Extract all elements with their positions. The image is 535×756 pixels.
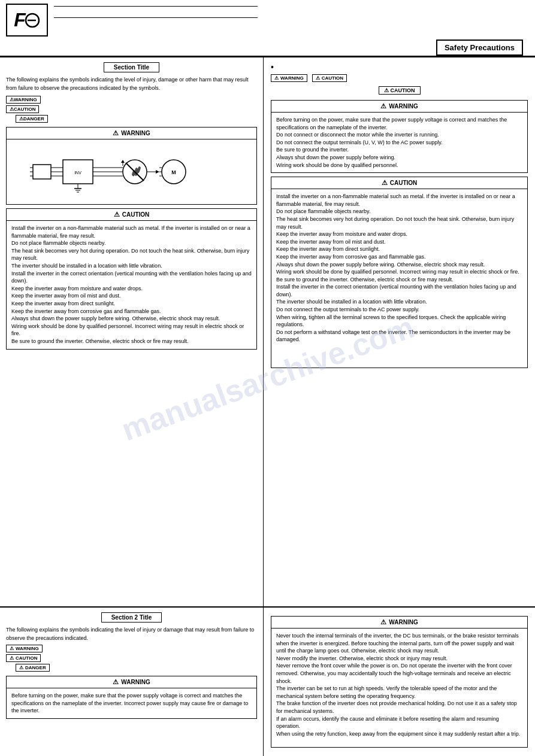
logo-box: F — [6, 4, 48, 37]
page: manualsarchive.com F — [0, 0, 535, 756]
right-warning-title: WARNING — [389, 103, 418, 110]
warning-box-1-content: INV — [7, 139, 256, 204]
bottom-warning-box-icon: ⚠ — [113, 678, 119, 686]
right-warning-content: Before turning on the power, make sure t… — [271, 113, 527, 172]
bottom-caution-text: CAUTION — [16, 655, 37, 661]
fe-logo: F — [14, 9, 40, 31]
right-caution-content: Install the inverter on a non-flammable … — [271, 189, 527, 347]
caution-badge-text: CAUTION — [322, 75, 343, 81]
bottom-warning-box: ⚠ WARNING Before turning on the power, m… — [6, 676, 257, 719]
label-row-1: ⚠ WARNING ⚠ CAUTION ⚠ DANGER — [6, 96, 257, 123]
left-intro-text: The following explains the symbols indic… — [6, 76, 257, 92]
svg-rect-2 — [33, 165, 51, 179]
e-circle-icon — [25, 13, 40, 28]
svg-text:M: M — [171, 169, 176, 175]
bottom-right-box-content: Never touch the internal terminals of th… — [271, 629, 527, 741]
bottom-caution-label: ⚠ CAUTION — [6, 654, 41, 662]
caution-badge-icon: ⚠ — [316, 75, 320, 81]
danger-label-1: ⚠ DANGER — [16, 115, 48, 123]
bottom-left-intro: The following explains the symbols indic… — [6, 626, 257, 642]
bottom-danger-label: ⚠ DANGER — [16, 664, 50, 672]
caution-box-1-icon: ⚠ — [114, 211, 120, 218]
caution-triangle-icon-1: ⚠ — [10, 107, 14, 112]
bottom-left: Section 2 Title The following explains t… — [0, 608, 264, 756]
right-warning-box: ⚠ WARNING Before turning on the power, m… — [271, 100, 528, 173]
svg-marker-23 — [156, 170, 159, 174]
warning-box-1-title: WARNING — [121, 130, 150, 136]
warning-box-1-icon: ⚠ — [113, 129, 119, 137]
left-main: Section Title The following explains the… — [0, 57, 264, 606]
bottom-right-box-icon: ⚠ — [380, 618, 386, 626]
bottom-right-box-header: ⚠ WARNING — [271, 617, 527, 629]
bottom-caution-icon: ⚠ — [10, 655, 14, 661]
right-caution-icon: ⚠ — [382, 179, 388, 187]
right-caution-box-header: ⚠ CAUTION — [271, 177, 527, 189]
bottom-right-box-title: WARNING — [389, 619, 418, 626]
left-section-title: Section Title — [104, 62, 159, 72]
top-left-header: F — [0, 0, 264, 56]
inline-caution-text: CAUTION — [391, 87, 415, 93]
warning-badge-icon: ⚠ — [274, 75, 279, 81]
bottom-right: ⚠ WARNING Never touch the internal termi… — [264, 608, 535, 756]
caution-box-1-content: Install the inverter on a non-flammable … — [7, 221, 256, 349]
warning-label-1: ⚠ WARNING — [6, 96, 41, 104]
warning-badge-text: WARNING — [280, 75, 304, 81]
bottom-section: Section 2 Title The following explains t… — [0, 607, 535, 756]
badge-row: ⚠ WARNING ⚠ CAUTION — [271, 74, 528, 83]
bottom-warning-box-title: WARNING — [121, 679, 150, 685]
bottom-warning-box-header: ⚠ WARNING — [7, 676, 256, 688]
danger-text-1: DANGER — [23, 116, 44, 122]
caution-label-1: ⚠ CAUTION — [6, 105, 39, 113]
svg-text:INV: INV — [74, 171, 81, 175]
diagram-area: INV — [11, 143, 252, 201]
bottom-warning-label: ⚠ WARNING — [6, 645, 43, 652]
warning-text-1: WARNING — [14, 97, 37, 102]
bottom-left-section-title: Section 2 Title — [101, 612, 162, 623]
bottom-danger-text: DANGER — [25, 665, 46, 670]
inline-caution-icon: ⚠ — [384, 87, 389, 93]
header-line-2 — [54, 17, 258, 18]
warning-triangle-icon: ⚠ — [10, 97, 14, 102]
caution-box-1-header: ⚠ CAUTION — [7, 209, 256, 221]
warning-box-1-header: ⚠ WARNING — [7, 127, 256, 139]
caution-badge: ⚠ CAUTION — [312, 74, 347, 82]
caution-box-1-title: CAUTION — [122, 211, 150, 218]
danger-triangle-icon-1: ⚠ — [19, 116, 23, 122]
header-lines — [54, 4, 258, 23]
header-line-1 — [54, 6, 258, 7]
right-warning-icon: ⚠ — [380, 102, 386, 110]
bottom-danger-icon: ⚠ — [19, 665, 23, 670]
inline-caution-label: ⚠ CAUTION — [379, 86, 421, 95]
caution-box-1: ⚠ CAUTION Install the inverter on a non-… — [6, 208, 257, 350]
top-header-row: F Safety Precautions — [0, 0, 535, 56]
bottom-warning-box-content: Before turning on the power, make sure t… — [7, 688, 256, 718]
safety-precautions-title: Safety Precautions — [436, 40, 523, 56]
circuit-diagram-svg: INV — [30, 148, 234, 196]
bottom-label-row: ⚠ WARNING ⚠ CAUTION ⚠ DANGER — [6, 645, 257, 672]
right-intro: • ⚠ WARNING ⚠ CAUTION ⚠ CAUTION — [271, 62, 528, 96]
svg-marker-21 — [121, 160, 125, 163]
f-letter: F — [14, 9, 25, 31]
main-content: Section Title The following explains the… — [0, 57, 535, 606]
caution-text-1: CAUTION — [14, 107, 35, 112]
logo-area: F — [6, 4, 258, 37]
warning-badge: ⚠ WARNING — [271, 74, 307, 82]
bullet-icon: • — [271, 62, 274, 72]
top-right-header: Safety Precautions — [264, 0, 535, 56]
bottom-warning-text: WARNING — [16, 646, 39, 651]
right-caution-box: ⚠ CAUTION Install the inverter on a non-… — [271, 177, 528, 368]
right-main: • ⚠ WARNING ⚠ CAUTION ⚠ CAUTION — [264, 57, 535, 606]
warning-box-1: ⚠ WARNING INV — [6, 127, 257, 205]
bottom-warning-icon: ⚠ — [10, 646, 14, 651]
inline-caution-box: ⚠ CAUTION — [271, 84, 528, 96]
right-warning-box-header: ⚠ WARNING — [271, 101, 527, 113]
bottom-right-box: ⚠ WARNING Never touch the internal termi… — [271, 616, 528, 748]
right-caution-title: CAUTION — [390, 180, 418, 186]
